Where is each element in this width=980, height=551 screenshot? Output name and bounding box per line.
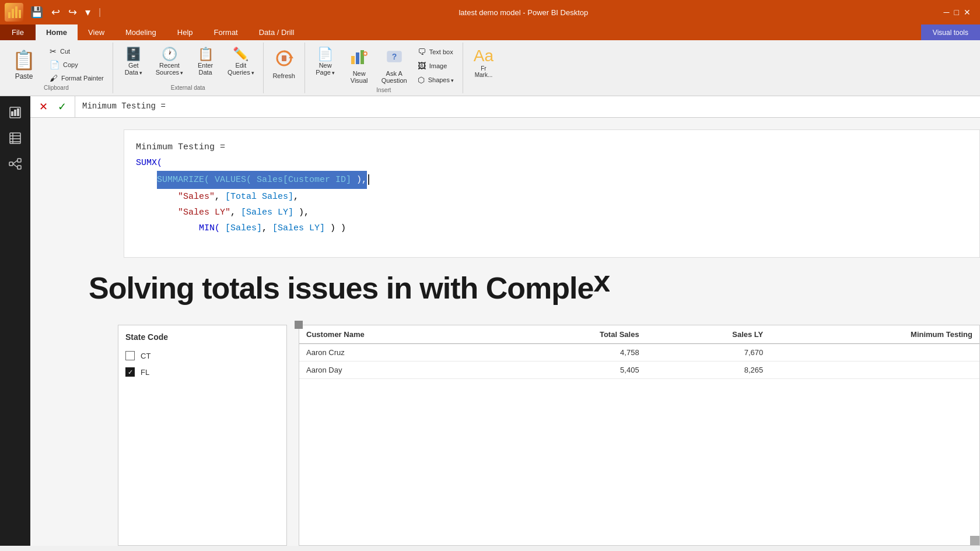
ribbon-group-more: Aa FrMark... x (463, 43, 980, 93)
cell-total-sales: 4,758 (499, 344, 646, 362)
paste-icon: 📋 (12, 49, 36, 71)
cell-customer-name: Aaron Day (299, 362, 499, 379)
get-data-button[interactable]: 🗄️ GetData▾ (118, 45, 149, 79)
svg-rect-3 (19, 10, 21, 18)
col-header-customer-name: Customer Name (299, 325, 499, 344)
col-header-minimum-testing: Minimum Testing (770, 325, 979, 344)
sidebar-item-model[interactable] (4, 152, 27, 176)
ribbon: 📋 Paste ✂ Cut 📄 Copy 🖌 Format Painter (0, 40, 980, 96)
redo-button[interactable]: ↪ (66, 5, 79, 20)
svg-line-28 (13, 164, 18, 167)
new-visual-button[interactable]: NewVisual (344, 45, 375, 87)
dax-line-2: SUMX( (136, 155, 968, 171)
tab-data-drill[interactable]: Data / Drill (249, 24, 305, 40)
shapes-button[interactable]: ⬡ Shapes▾ (414, 73, 458, 86)
slicer-title: State Code (125, 332, 279, 342)
clipboard-group-label: Clipboard (5, 85, 108, 93)
enter-data-icon: 📋 (198, 48, 214, 61)
cut-button[interactable]: ✂ Cut (46, 45, 108, 58)
format-marker-button[interactable]: Aa FrMark... (468, 45, 499, 81)
paste-button[interactable]: 📋 Paste (5, 45, 43, 85)
copy-icon: 📄 (50, 60, 60, 69)
shapes-icon: ⬡ (418, 75, 425, 85)
refresh-button[interactable]: Refresh (268, 45, 300, 82)
tab-view[interactable]: View (78, 24, 115, 40)
dax-editor[interactable]: Minimum Testing = SUMX( SUMMARIZE( VALUE… (124, 129, 980, 258)
recent-sources-button[interactable]: 🕐 RecentSources▾ (152, 45, 187, 79)
slicer-item-ct[interactable]: CT (125, 348, 279, 364)
ask-question-button[interactable]: ? Ask AQuestion (377, 45, 411, 87)
cell-customer-name: Aaron Cruz (299, 344, 499, 362)
svg-rect-24 (9, 162, 13, 166)
svg-text:?: ? (391, 52, 397, 61)
tab-file[interactable]: File (0, 24, 36, 40)
cell-sales-ly: 8,265 (646, 362, 771, 379)
tab-modeling[interactable]: Modeling (115, 24, 167, 40)
formula-confirm-button[interactable]: ✓ (54, 99, 70, 115)
formula-content[interactable]: Minimum Testing = (75, 96, 980, 117)
edit-queries-button[interactable]: ✏️ EditQueries▾ (223, 45, 258, 79)
ask-question-icon: ? (385, 48, 404, 69)
table-resize-handle[interactable] (295, 321, 303, 329)
sidebar-item-data[interactable] (4, 127, 27, 150)
text-box-icon: 🗨 (418, 47, 426, 57)
state-code-slicer: State Code CT FL (118, 325, 287, 546)
get-data-icon: 🗄️ (125, 48, 141, 61)
app-body: ✕ ✓ Minimum Testing = Minimum Testing = … (0, 96, 980, 546)
dax-line-4: "Sales", [Total Sales], (136, 189, 968, 205)
enter-data-button[interactable]: 📋 EnterData (190, 45, 221, 79)
tab-home[interactable]: Home (36, 24, 78, 40)
svg-rect-17 (14, 110, 16, 116)
undo-button[interactable]: ↩ (49, 5, 62, 20)
recent-sources-icon: 🕐 (162, 48, 177, 61)
svg-rect-26 (18, 166, 21, 169)
format-painter-button[interactable]: 🖌 Format Painter (46, 72, 108, 85)
insert-group-label: Insert (310, 87, 458, 96)
powerbi-logo-icon (5, 3, 23, 22)
table-row[interactable]: Aaron Day 5,405 8,265 (299, 362, 979, 379)
dax-line-6: MIN( [Sales], [Sales LY] ) ) (136, 220, 968, 236)
customize-quick-access-button[interactable]: ▾ (83, 5, 93, 20)
cut-icon: ✂ (50, 47, 57, 56)
text-box-button[interactable]: 🗨 Text box (414, 45, 458, 58)
cell-minimum-testing (770, 362, 979, 379)
ct-checkbox[interactable] (125, 351, 135, 360)
ribbon-group-refresh: Refresh x (264, 43, 305, 93)
formula-bar: ✕ ✓ Minimum Testing = (30, 96, 980, 118)
tab-format[interactable]: Format (204, 24, 249, 40)
canvas-area[interactable]: Minimum Testing = SUMX( SUMMARIZE( VALUE… (30, 118, 980, 546)
ribbon-group-insert: 📄 NewPage▾ NewVisual (305, 43, 463, 93)
save-button[interactable]: 💾 (28, 5, 46, 20)
slide-title: Solving totals issues in with Complex (89, 264, 610, 306)
refresh-icon (274, 48, 295, 71)
app-logo (5, 3, 23, 22)
format-marker-icon: Aa (474, 48, 494, 64)
minimize-button[interactable]: ─ (944, 8, 950, 17)
visual-tools-indicator: Visual tools (921, 24, 980, 40)
svg-rect-16 (11, 111, 13, 116)
image-button[interactable]: 🖼 Image (414, 59, 458, 72)
close-button[interactable]: ✕ (964, 8, 971, 17)
svg-rect-6 (282, 55, 286, 61)
sidebar-item-report[interactable] (4, 101, 27, 124)
maximize-button[interactable]: □ (954, 8, 959, 17)
edit-queries-icon: ✏️ (233, 48, 249, 61)
tab-help[interactable]: Help (167, 24, 204, 40)
table-header-row: Customer Name Total Sales Sales LY Minim… (299, 325, 979, 344)
formula-cancel-button[interactable]: ✕ (35, 99, 51, 115)
svg-rect-25 (18, 159, 21, 162)
svg-rect-0 (8, 12, 10, 18)
table-corner-resize[interactable] (970, 536, 979, 545)
slicer-item-fl[interactable]: FL (125, 364, 279, 380)
cell-sales-ly: 7,670 (646, 344, 771, 362)
cell-total-sales: 5,405 (499, 362, 646, 379)
quick-access-toolbar: 💾 ↩ ↪ ▾ | (28, 5, 103, 20)
copy-button[interactable]: 📄 Copy (46, 58, 108, 71)
table-row[interactable]: Aaron Cruz 4,758 7,670 (299, 344, 979, 362)
dax-line-3: SUMMARIZE( VALUES( Sales[Customer ID] ), (136, 171, 968, 189)
svg-rect-1 (12, 9, 14, 18)
fl-checkbox[interactable] (125, 367, 135, 377)
new-page-button[interactable]: 📄 NewPage▾ (310, 45, 341, 79)
dax-cursor (368, 174, 369, 185)
formula-text: Minimum Testing = (82, 101, 166, 113)
